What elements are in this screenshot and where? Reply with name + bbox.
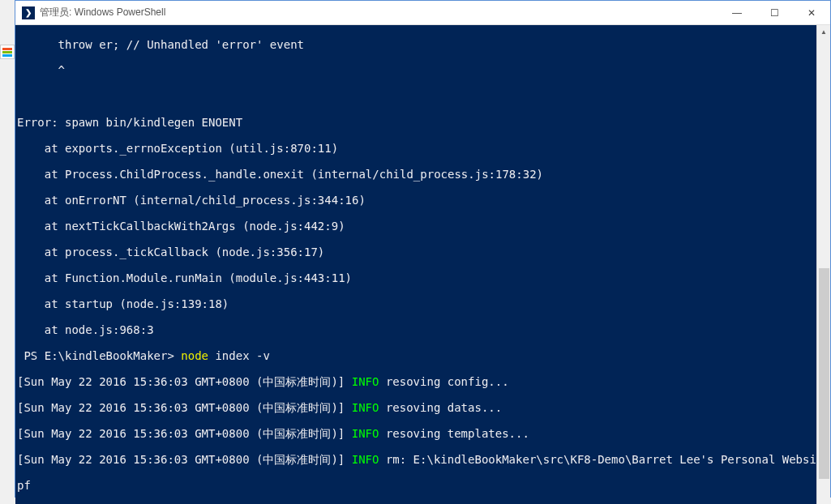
output-line: at process._tickCallback (node.js:356:17…: [17, 246, 816, 258]
output-line: at exports._errnoException (util.js:870:…: [17, 142, 816, 155]
output-line: at Function.Module.runMain (module.js:44…: [17, 271, 816, 284]
prompt-text: PS E:\kindleBookMaker>: [17, 349, 181, 362]
output-line: at Process.ChildProcess._handle.onexit (…: [17, 168, 816, 181]
output-line: at nextTickCallbackWith2Args (node.js:44…: [17, 220, 816, 233]
output-line: at onErrorNT (internal/child_process.js:…: [17, 194, 816, 207]
log-level: INFO: [352, 375, 379, 388]
log-msg: resoving config...: [379, 375, 508, 388]
terminal-container: throw er; // Unhandled 'error' event ^ E…: [15, 25, 830, 504]
log-msg: rm: E:\kindleBookMaker\src\KF8-Demo\Barr…: [379, 453, 816, 466]
log-ts: [Sun May 22 2016 15:36:03 GMT+0800 (中国标准…: [17, 375, 352, 388]
minimize-button[interactable]: —: [718, 1, 756, 24]
log-level: INFO: [352, 401, 379, 414]
output-line: Error: spawn bin/kindlegen ENOENT: [17, 116, 816, 129]
powershell-window: ❯ 管理员: Windows PowerShell — ☐ ✕ throw er…: [15, 0, 831, 498]
log-line: [Sun May 22 2016 15:36:03 GMT+0800 (中国标准…: [17, 401, 816, 414]
log-msg: resoving templates...: [379, 427, 529, 440]
taskbar-background-icon: [0, 45, 15, 59]
output-line: [17, 90, 816, 103]
log-ts: [Sun May 22 2016 15:36:03 GMT+0800 (中国标准…: [17, 427, 352, 440]
log-line: [Sun May 22 2016 15:36:03 GMT+0800 (中国标准…: [17, 427, 816, 440]
titlebar[interactable]: ❯ 管理员: Windows PowerShell — ☐ ✕: [15, 1, 830, 25]
log-msg: resoving datas...: [379, 401, 502, 414]
log-ts: [Sun May 22 2016 15:36:03 GMT+0800 (中国标准…: [17, 401, 352, 414]
prompt-line: PS E:\kindleBookMaker> node index -v: [17, 349, 816, 362]
command-node: node: [181, 349, 208, 362]
powershell-icon: ❯: [22, 6, 35, 19]
log-ts: [Sun May 22 2016 15:36:03 GMT+0800 (中国标准…: [17, 453, 352, 466]
maximize-button[interactable]: ☐: [756, 1, 793, 24]
log-level: INFO: [352, 453, 379, 466]
window-controls: — ☐ ✕: [718, 1, 830, 24]
scrollbar-thumb[interactable]: [819, 268, 829, 479]
scroll-up-icon[interactable]: ▲: [817, 25, 830, 39]
log-level: INFO: [352, 427, 379, 440]
vertical-scrollbar[interactable]: ▲ ▼: [816, 25, 830, 504]
output-line: at startup (node.js:139:18): [17, 297, 816, 310]
window-title: 管理员: Windows PowerShell: [40, 6, 165, 19]
command-args: index -v: [208, 349, 270, 362]
output-line: pf: [17, 479, 816, 492]
log-line: [Sun May 22 2016 15:36:03 GMT+0800 (中国标准…: [17, 375, 816, 388]
output-line: at node.js:968:3: [17, 323, 816, 336]
terminal-output[interactable]: throw er; // Unhandled 'error' event ^ E…: [15, 25, 816, 504]
log-line: [Sun May 22 2016 15:36:03 GMT+0800 (中国标准…: [17, 453, 816, 466]
output-line: ^: [17, 64, 816, 77]
output-line: throw er; // Unhandled 'error' event: [17, 38, 816, 51]
close-button[interactable]: ✕: [793, 1, 830, 24]
